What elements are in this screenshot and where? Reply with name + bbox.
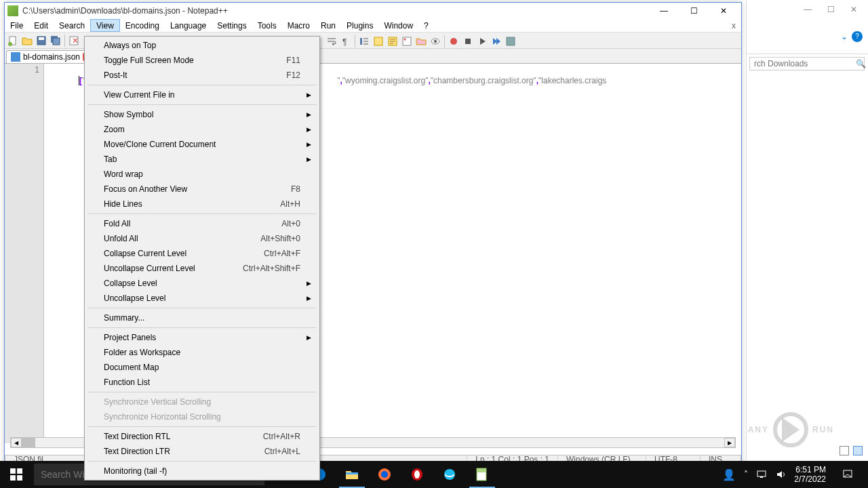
- bg-search-box[interactable]: 🔍: [749, 57, 865, 70]
- menu-item-label: Show Symbol: [104, 110, 300, 119]
- view-menu-toggle-full-screen-mode[interactable]: Toggle Full Screen ModeF11: [86, 53, 318, 68]
- view-menu-collapse-level[interactable]: Collapse Level▶: [86, 276, 318, 291]
- scroll-left-icon[interactable]: ◀: [11, 438, 22, 447]
- menu-shortcut: Ctrl+Alt+L: [264, 447, 300, 456]
- menu-search[interactable]: Search: [54, 19, 90, 32]
- menu-item-label: Text Direction RTL: [104, 432, 263, 441]
- menu-plugins[interactable]: Plugins: [341, 19, 378, 32]
- menu-encoding[interactable]: Encoding: [120, 19, 165, 32]
- view-menu-show-symbol[interactable]: Show Symbol▶: [86, 107, 318, 122]
- menu-tools[interactable]: Tools: [252, 19, 282, 32]
- view-menu-folder-as-workspace[interactable]: Folder as Workspace: [86, 345, 318, 360]
- view-menu-tab[interactable]: Tab▶: [86, 152, 318, 167]
- view-menu-word-wrap[interactable]: Word wrap: [86, 167, 318, 182]
- close-button[interactable]: ✕: [709, 3, 738, 19]
- view-menu-function-list[interactable]: Function List: [86, 375, 318, 390]
- volume-icon[interactable]: [775, 469, 786, 480]
- line-gutter: 1: [5, 64, 44, 443]
- menu-settings[interactable]: Settings: [212, 19, 252, 32]
- view-menu-collapse-current-level[interactable]: Collapse Current LevelCtrl+Alt+F: [86, 246, 318, 261]
- save-macro-icon[interactable]: [504, 35, 517, 48]
- menu-file[interactable]: File: [5, 19, 28, 32]
- bg-maximize-button[interactable]: ☐: [826, 5, 835, 14]
- view-menu-focus-on-another-view[interactable]: Focus on Another ViewF8: [86, 182, 318, 197]
- menu-language[interactable]: Language: [165, 19, 212, 32]
- scroll-thumb[interactable]: [22, 438, 35, 447]
- bg-close-button[interactable]: ✕: [849, 5, 859, 14]
- file-tab[interactable]: bl-domains.json ✕: [6, 50, 96, 63]
- search-icon[interactable]: 🔍: [856, 59, 866, 68]
- status-toggle-2[interactable]: [853, 446, 863, 455]
- scroll-right-icon[interactable]: ▶: [724, 438, 735, 447]
- save-all-icon[interactable]: [49, 34, 62, 47]
- menu-help[interactable]: ?: [418, 19, 434, 32]
- view-menu-fold-all[interactable]: Fold AllAlt+0: [86, 216, 318, 231]
- svg-point-15: [434, 40, 437, 43]
- menu-separator: [87, 214, 317, 214]
- minimize-button[interactable]: —: [649, 3, 679, 19]
- tray-chevron-icon[interactable]: ˄: [744, 470, 748, 479]
- new-file-icon[interactable]: [6, 34, 20, 47]
- indent-guide-icon[interactable]: [357, 35, 371, 48]
- network-icon[interactable]: [756, 469, 767, 480]
- ie-icon[interactable]: [434, 461, 465, 488]
- view-menu-uncollapse-current-level[interactable]: Uncollapse Current LevelCtrl+Alt+Shift+F: [86, 261, 318, 276]
- open-file-icon[interactable]: [20, 34, 34, 47]
- svg-rect-17: [465, 39, 471, 44]
- view-menu-zoom[interactable]: Zoom▶: [86, 122, 318, 137]
- save-icon[interactable]: [35, 34, 48, 47]
- view-menu-monitoring-tail-f[interactable]: Monitoring (tail -f): [86, 464, 318, 479]
- people-icon[interactable]: 👤: [722, 468, 736, 481]
- menu-macro[interactable]: Macro: [282, 19, 315, 32]
- menu-close-x[interactable]: x: [726, 19, 741, 32]
- view-menu-unfold-all[interactable]: Unfold AllAlt+Shift+0: [86, 231, 318, 246]
- view-menu-always-on-top[interactable]: Always on Top: [86, 38, 318, 53]
- folder-icon[interactable]: [414, 35, 428, 48]
- view-menu-document-map[interactable]: Document Map: [86, 360, 318, 375]
- status-toggle-1[interactable]: [840, 446, 849, 455]
- menu-window[interactable]: Window: [378, 19, 418, 32]
- view-menu-summary[interactable]: Summary...: [86, 310, 318, 325]
- notification-icon[interactable]: [834, 461, 861, 488]
- play-macro-icon[interactable]: [475, 35, 489, 48]
- view-menu-move-clone-current-document[interactable]: Move/Clone Current Document▶: [86, 137, 318, 152]
- view-menu-view-current-file-in[interactable]: View Current File in▶: [86, 87, 318, 102]
- word-wrap-icon[interactable]: [325, 35, 338, 48]
- view-menu-post-it[interactable]: Post-ItF12: [86, 68, 318, 83]
- windows-icon: [10, 468, 22, 481]
- menu-view[interactable]: View: [90, 19, 120, 32]
- monitor-icon[interactable]: [429, 35, 442, 48]
- explorer-icon[interactable]: [336, 461, 368, 488]
- menu-shortcut: Ctrl+Alt+Shift+F: [243, 264, 300, 273]
- titlebar[interactable]: C:\Users\admin\Downloads\bl-domains.json…: [5, 3, 741, 19]
- svg-point-30: [414, 470, 420, 479]
- bg-help-icon[interactable]: ?: [852, 31, 863, 42]
- tray-clock[interactable]: 6:51 PM 2/7/2022: [794, 465, 826, 484]
- menu-run[interactable]: Run: [315, 19, 341, 32]
- svg-rect-10: [374, 37, 382, 45]
- start-button[interactable]: [0, 461, 33, 488]
- func-list-icon[interactable]: [400, 35, 414, 48]
- menu-item-label: Word wrap: [104, 169, 300, 179]
- record-macro-icon[interactable]: [447, 35, 460, 48]
- close-file-icon[interactable]: ✕: [67, 34, 81, 47]
- menu-item-label: Summary...: [104, 313, 300, 323]
- view-menu-text-direction-ltr[interactable]: Text Direction LTRCtrl+Alt+L: [86, 444, 318, 459]
- opera-icon[interactable]: [401, 461, 433, 488]
- user-lang-icon[interactable]: [372, 35, 385, 48]
- notepadpp-taskbar-icon[interactable]: [467, 461, 498, 488]
- menu-edit[interactable]: Edit: [28, 19, 54, 32]
- view-menu-project-panels[interactable]: Project Panels▶: [86, 330, 318, 345]
- play-multi-icon[interactable]: [490, 35, 503, 48]
- bg-chevron-icon[interactable]: ⌄: [841, 32, 848, 41]
- pilcrow-icon[interactable]: ¶: [339, 35, 353, 48]
- stop-macro-icon[interactable]: [461, 35, 475, 48]
- maximize-button[interactable]: ☐: [679, 3, 709, 19]
- bg-search-input[interactable]: [754, 59, 856, 68]
- doc-map-icon[interactable]: [386, 35, 399, 48]
- view-menu-text-direction-rtl[interactable]: Text Direction RTLCtrl+Alt+R: [86, 429, 318, 444]
- view-menu-uncollapse-level[interactable]: Uncollapse Level▶: [86, 291, 318, 306]
- firefox-icon[interactable]: [369, 461, 400, 488]
- view-menu-hide-lines[interactable]: Hide LinesAlt+H: [86, 197, 318, 211]
- bg-minimize-button[interactable]: —: [803, 5, 812, 14]
